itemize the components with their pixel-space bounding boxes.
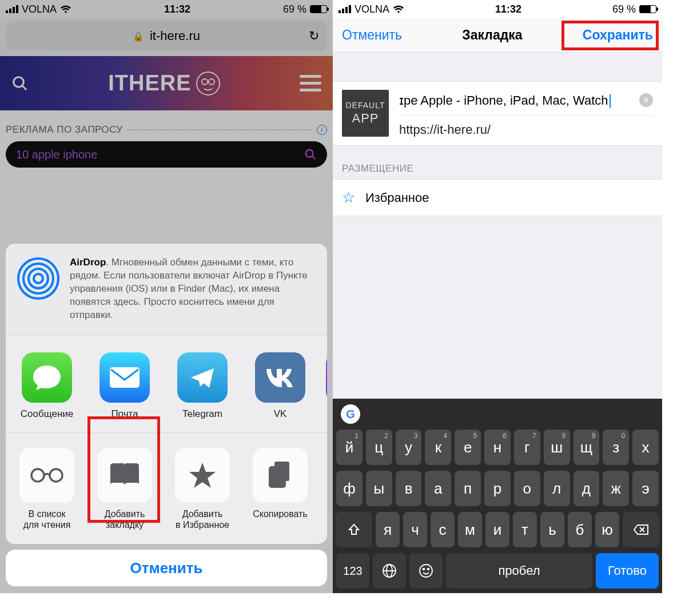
ad-label: РЕКЛАМА ПО ЗАПРОСУ [6,124,123,136]
glasses-icon [19,448,74,503]
cancel-button[interactable]: Отменить [6,550,327,586]
action-copy[interactable]: Скопировать [247,448,313,530]
key-д[interactable]: д [573,471,600,506]
left-screenshot: VOLNA 11:32 69 % 🔒 it-here.ru ↻ [0,0,333,593]
search-icon[interactable] [11,75,29,92]
address-bar[interactable]: 🔒 it-here.ru ↻ [6,22,327,50]
share-app-telegram[interactable]: Telegram [170,352,234,420]
svg-point-13 [31,469,44,482]
key-в[interactable]: в [396,471,422,506]
key-г[interactable]: г7 [514,430,540,465]
key-ш[interactable]: ш8 [544,430,570,465]
key-т[interactable]: т [513,512,537,547]
bookmark-title-input[interactable]: ɪpe Apple - iPhone, iPad, Mac, Watch ✕ [399,90,653,116]
bookmark-edit-card: DEFAULT APP ɪpe Apple - iPhone, iPad, Ma… [333,81,662,146]
key-и[interactable]: и [485,512,509,547]
key-н[interactable]: н6 [484,430,511,465]
svg-point-25 [428,569,429,570]
share-app-more[interactable] [326,352,327,420]
key-б[interactable]: б [568,512,592,547]
lock-icon: 🔒 [133,31,144,42]
location-row[interactable]: ☆ Избранное [333,179,662,216]
action-reading-list[interactable]: В список для чтения [14,448,80,530]
site-logo[interactable]: ITHERE [108,71,220,96]
share-app-messages[interactable]: Сообщение [15,352,79,420]
key-symbols[interactable]: 123 [336,553,369,589]
share-sheet: AirDrop. Мгновенный обмен данными с теми… [6,244,327,586]
key-ы[interactable]: ы [366,471,392,506]
clock: 11:32 [495,3,521,15]
key-ж[interactable]: ж [603,471,629,506]
key-щ[interactable]: щ9 [573,430,600,465]
key-ю[interactable]: ю [595,512,619,547]
clear-icon[interactable]: ✕ [639,93,653,107]
location-value: Избранное [365,190,429,205]
gboard-logo[interactable]: G [341,404,360,424]
svg-point-24 [423,569,425,570]
bookmark-url-input[interactable]: https://it-here.ru/ [399,116,653,137]
key-л[interactable]: л [544,471,570,506]
star-icon [175,448,230,503]
bookmark-thumbnail: DEFAULT APP [342,90,389,137]
key-я[interactable]: я [376,512,400,547]
key-backspace[interactable] [623,512,659,547]
url-text: it-here.ru [150,29,200,43]
svg-point-0 [14,77,24,87]
share-app-row[interactable]: Сообщение Почта Telegram [6,335,327,433]
svg-point-3 [202,79,208,85]
key-к[interactable]: к4 [425,430,451,465]
battery-pct: 69 % [283,3,306,15]
airdrop-text: AirDrop. Мгновенный обмен данными с теми… [70,256,317,322]
key-п[interactable]: п [455,471,481,506]
airdrop-section[interactable]: AirDrop. Мгновенный обмен данными с теми… [6,244,327,335]
key-ь[interactable]: ь [540,512,564,547]
star-outline-icon: ☆ [342,189,355,206]
signal-icon [338,5,351,13]
key-з[interactable]: з0 [603,430,629,465]
book-icon [97,448,152,503]
site-header: ITHERE [0,56,333,110]
key-о[interactable]: о [514,471,540,506]
key-space[interactable]: пробел [446,553,592,589]
key-х[interactable]: х [632,430,659,465]
key-ф[interactable]: ф [336,471,363,506]
key-emoji[interactable] [409,553,443,589]
key-у[interactable]: у3 [396,430,422,465]
svg-rect-17 [270,467,285,487]
key-ц[interactable]: ц2 [366,430,392,465]
action-add-bookmark[interactable]: Добавить закладку [91,448,158,530]
key-й[interactable]: й1 [336,430,363,465]
reload-icon[interactable]: ↻ [309,29,319,43]
key-ч[interactable]: ч [403,512,427,547]
key-done[interactable]: Готово [596,553,659,589]
share-action-row[interactable]: В список для чтения Добавить закладку До… [6,433,327,544]
key-с[interactable]: с [431,512,455,547]
key-р[interactable]: р [484,471,511,506]
keyboard: G й1ц2у3к4е5н6г7ш8щ9з0х фывапролджэ ячсм… [333,399,662,593]
battery-pct: 69 % [612,3,636,15]
key-а[interactable]: а [425,471,451,506]
share-app-mail[interactable]: Почта [93,352,157,420]
action-add-favorite[interactable]: Добавить в Избранное [169,448,236,530]
ad-query: 10 apple iphone [16,148,97,161]
nav-save-button[interactable]: Сохранить [583,27,653,43]
key-shift[interactable] [336,512,372,547]
key-globe[interactable] [373,553,406,589]
svg-point-8 [34,274,43,283]
nav-cancel-button[interactable]: Отменить [342,27,402,43]
key-м[interactable]: м [458,512,482,547]
key-е[interactable]: е5 [455,430,481,465]
svg-point-9 [29,269,48,288]
ad-search-bar[interactable]: 10 apple iphone [6,141,327,168]
share-app-vk[interactable]: VK [248,352,312,420]
nav-title: Закладка [462,27,522,43]
menu-icon[interactable] [300,75,321,92]
svg-point-6 [306,150,313,157]
svg-line-1 [22,85,27,90]
status-bar: VOLNA 11:32 69 % [0,0,333,18]
key-э[interactable]: э [632,471,659,506]
ad-info-icon[interactable]: i [317,125,327,135]
search-icon [304,148,317,161]
carrier-label: VOLNA [22,3,57,15]
telegram-icon [177,352,228,403]
